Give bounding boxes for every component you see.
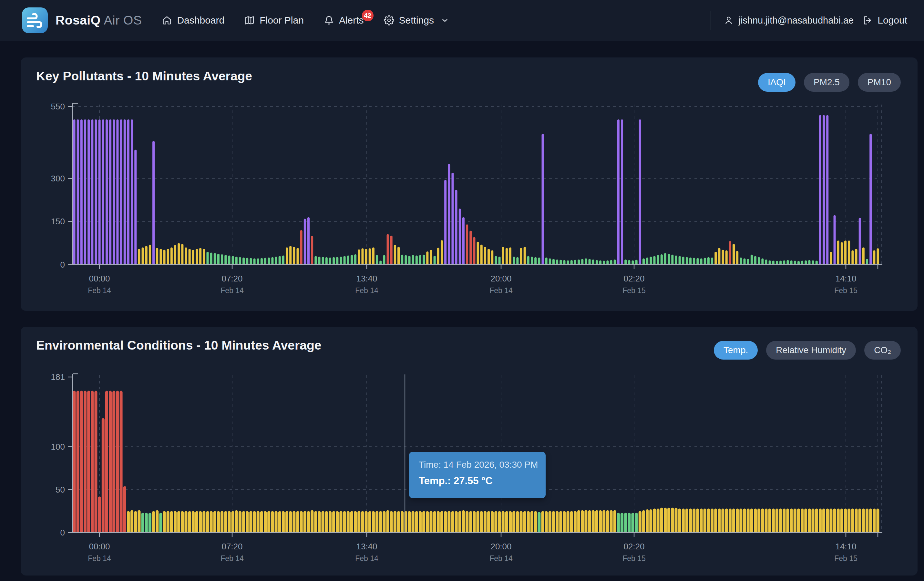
key-pollutants-chart[interactable]: 015030055000:00Feb 1407:20Feb 1413:40Feb… — [21, 58, 917, 311]
user-account[interactable]: jishnu.jith@nasabudhabi.ae — [724, 15, 854, 26]
logout-icon — [863, 15, 873, 25]
svg-text:02:20: 02:20 — [624, 274, 644, 283]
svg-text:14:10: 14:10 — [835, 541, 856, 551]
svg-text:Feb 15: Feb 15 — [622, 286, 646, 295]
axis-labels: 015030055000:00Feb 1407:20Feb 1413:40Feb… — [51, 102, 858, 295]
svg-text:13:40: 13:40 — [356, 541, 377, 551]
svg-text:13:40: 13:40 — [356, 274, 377, 283]
map-icon — [244, 15, 255, 25]
home-icon — [162, 15, 172, 25]
logout-label: Logout — [878, 15, 907, 26]
environmental-conditions-chart[interactable]: 05010018100:00Feb 1407:20Feb 1413:40Feb … — [21, 327, 917, 576]
nav-label: Dashboard — [177, 15, 224, 26]
svg-text:0: 0 — [60, 260, 65, 269]
svg-text:181: 181 — [51, 372, 65, 382]
brand-name: RosaiQ — [56, 13, 101, 27]
logout-button[interactable]: Logout — [863, 15, 907, 26]
header-right: jishnu.jith@nasabudhabi.ae Logout — [711, 11, 907, 30]
svg-text:100: 100 — [51, 442, 65, 452]
toggle-iaqi[interactable]: IAQI — [758, 73, 795, 92]
svg-text:Feb 14: Feb 14 — [490, 554, 513, 563]
chart-tooltip: Time: 14 Feb 2026, 03:30 PM Temp.: 27.55… — [409, 452, 546, 498]
svg-text:20:00: 20:00 — [490, 274, 512, 283]
main-nav: Dashboard Floor Plan Alerts 42 Settings — [162, 15, 449, 26]
app-logo-wind-icon — [22, 7, 48, 33]
toggle-pm2-5[interactable]: PM2.5 — [804, 73, 850, 92]
toggle-pm10[interactable]: PM10 — [858, 73, 901, 92]
svg-text:0: 0 — [60, 528, 65, 537]
toggle-temp-[interactable]: Temp. — [714, 341, 758, 360]
nav-label: Floor Plan — [259, 15, 304, 26]
gridlines — [73, 105, 882, 265]
gear-icon — [384, 15, 394, 25]
pollutant-toggle-group: IAQIPM2.5PM10 — [758, 73, 901, 92]
nav-item-floor-plan[interactable]: Floor Plan — [244, 15, 304, 26]
svg-text:07:20: 07:20 — [221, 541, 243, 551]
environmental-conditions-card: 05010018100:00Feb 1407:20Feb 1413:40Feb … — [21, 327, 917, 576]
svg-text:300: 300 — [51, 174, 65, 183]
svg-text:Feb 15: Feb 15 — [834, 286, 858, 295]
svg-text:07:20: 07:20 — [221, 274, 243, 283]
toggle-co-[interactable]: CO₂ — [864, 341, 901, 360]
svg-text:Feb 14: Feb 14 — [355, 286, 378, 295]
svg-text:Feb 14: Feb 14 — [355, 554, 378, 563]
top-nav-bar: RosaiQAir OS Dashboard Floor Plan Alerts… — [0, 0, 924, 41]
svg-text:00:00: 00:00 — [89, 274, 110, 283]
tooltip-time: Time: 14 Feb 2026, 03:30 PM — [419, 460, 546, 470]
svg-text:Feb 14: Feb 14 — [88, 554, 111, 563]
nav-item-alerts[interactable]: Alerts 42 — [324, 15, 364, 26]
user-icon — [724, 15, 734, 25]
svg-text:14:10: 14:10 — [835, 274, 856, 283]
svg-text:150: 150 — [51, 216, 65, 226]
svg-text:02:20: 02:20 — [624, 541, 644, 551]
svg-text:Feb 14: Feb 14 — [221, 554, 244, 563]
key-pollutants-card: 015030055000:00Feb 1407:20Feb 1413:40Feb… — [21, 58, 917, 311]
svg-text:Feb 14: Feb 14 — [221, 286, 244, 295]
chevron-down-icon — [441, 16, 449, 25]
chart-bars — [73, 115, 879, 267]
svg-text:20:00: 20:00 — [490, 541, 512, 551]
svg-text:Feb 14: Feb 14 — [490, 286, 513, 295]
nav-label: Alerts — [339, 15, 364, 26]
header-divider — [711, 11, 711, 30]
card-title: Key Pollutants - 10 Minutes Average — [36, 69, 252, 83]
card-title: Environmental Conditions - 10 Minutes Av… — [36, 338, 321, 352]
bell-icon — [324, 15, 334, 25]
brand-suffix: Air OS — [104, 13, 142, 27]
svg-text:550: 550 — [51, 102, 65, 111]
environment-toggle-group: Temp.Relative HumidityCO₂ — [714, 341, 901, 360]
alerts-count-badge: 42 — [362, 10, 373, 21]
nav-item-dashboard[interactable]: Dashboard — [162, 15, 224, 26]
svg-text:00:00: 00:00 — [89, 541, 110, 551]
svg-text:Feb 15: Feb 15 — [834, 554, 858, 563]
svg-text:Feb 15: Feb 15 — [622, 554, 646, 563]
user-email: jishnu.jith@nasabudhabi.ae — [738, 15, 854, 26]
nav-item-settings[interactable]: Settings — [384, 15, 449, 26]
tooltip-value: Temp.: 27.55 °C — [419, 475, 546, 487]
nav-label: Settings — [399, 15, 434, 26]
app-title: RosaiQAir OS — [56, 13, 142, 27]
svg-text:50: 50 — [56, 485, 65, 495]
toggle-relative-humidity[interactable]: Relative Humidity — [766, 341, 856, 360]
svg-text:Feb 14: Feb 14 — [88, 286, 111, 295]
